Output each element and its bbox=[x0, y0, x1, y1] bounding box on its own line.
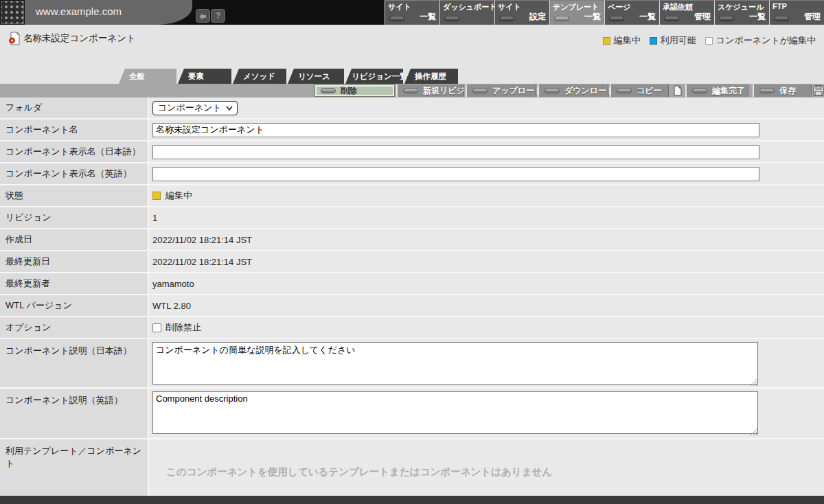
status-legend: 編集中 利用可能 コンポーネントが編集中 bbox=[603, 34, 816, 47]
form-row-revision: リビジョン 1 bbox=[0, 207, 824, 229]
button-pill-icon bbox=[759, 88, 775, 93]
folder-select[interactable]: コンポーネント bbox=[152, 101, 238, 115]
help-button[interactable]: ? bbox=[211, 9, 225, 23]
form-row-options: オプション 削除禁止 bbox=[0, 317, 824, 339]
description-ja-textarea[interactable]: コンポーネントの簡単な説明を記入してください bbox=[152, 342, 758, 385]
description-en-textarea[interactable]: Component description bbox=[152, 391, 758, 434]
no-delete-checkbox-label: 削除禁止 bbox=[165, 321, 201, 334]
nav-page-list[interactable]: ページ 一覧 bbox=[604, 0, 659, 25]
tab-elements[interactable]: 要素 bbox=[178, 69, 231, 84]
form-row-wtl-version: WTL バージョン WTL 2.80 bbox=[0, 295, 824, 317]
tab-revision-list[interactable]: リビジョン一覧 bbox=[345, 69, 403, 84]
legend-editing: 編集中 bbox=[603, 34, 641, 47]
created-value: 2022/11/02 18:21:14 JST bbox=[149, 229, 824, 250]
site-tab[interactable]: www.example.com bbox=[25, 0, 192, 25]
header-row: 名称未設定コンポーネント 編集中 利用可能 コンポーネントが編集中 bbox=[0, 25, 824, 69]
form-row-display-name-ja: コンポーネント表示名（日本語） bbox=[0, 141, 824, 163]
toolbar: 削除 新規リビジョン アップロード ダウンロード コピー 編集完了 保存 bbox=[0, 84, 824, 98]
nav-pill-icon bbox=[609, 16, 624, 21]
updater-value: yamamoto bbox=[149, 273, 824, 294]
tab-operation-history[interactable]: 操作履歴 bbox=[404, 69, 458, 84]
form-row-updater: 最終更新者 yamamoto bbox=[0, 273, 824, 295]
usage-empty-message: このコンポーネントを使用しているテンプレートまたはコンポーネントはありません bbox=[166, 466, 552, 479]
nav-pill-icon bbox=[664, 16, 679, 21]
form-row-status: 状態 編集中 bbox=[0, 185, 824, 207]
copy-button[interactable]: コピー bbox=[610, 84, 669, 97]
form-row-created: 作成日 2022/11/02 18:21:14 JST bbox=[0, 229, 824, 251]
nav-site-list[interactable]: サイト 一覧 bbox=[385, 0, 439, 25]
field-label: コンポーネント説明（日本語） bbox=[0, 339, 149, 387]
nav-site-settings[interactable]: サイト 設定 bbox=[494, 0, 549, 25]
new-revision-button[interactable]: 新規リビジョン bbox=[396, 84, 464, 97]
field-label: 状態 bbox=[0, 185, 149, 206]
button-pill-icon bbox=[321, 88, 336, 93]
field-label: コンポーネント表示名（日本語） bbox=[0, 141, 149, 162]
field-label: オプション bbox=[0, 317, 149, 338]
field-label: コンポーネント名 bbox=[0, 119, 149, 140]
status-value: 編集中 bbox=[165, 190, 192, 202]
component-name-input[interactable] bbox=[152, 123, 759, 137]
form-row-folder: フォルダ コンポーネント bbox=[0, 98, 824, 119]
editing-status-icon bbox=[603, 37, 610, 45]
nav-pill-icon bbox=[774, 16, 789, 21]
field-label: コンポーネント説明（英語） bbox=[0, 389, 149, 438]
display-name-ja-input[interactable] bbox=[152, 145, 759, 159]
button-pill-icon bbox=[403, 88, 418, 93]
field-label: リビジョン bbox=[0, 207, 149, 228]
form-row-description-ja: コンポーネント説明（日本語） コンポーネントの簡単な説明を記入してください bbox=[0, 339, 824, 389]
display-name-en-input[interactable] bbox=[152, 167, 759, 181]
button-pill-icon bbox=[692, 88, 707, 93]
nav-ftp-admin[interactable]: FTP 管理 bbox=[769, 0, 824, 25]
wtl-version-value: WTL 2.80 bbox=[149, 295, 824, 316]
nav-pill-icon bbox=[444, 16, 459, 21]
top-bar: www.example.com ? サイト 一覧 ダッシュボード サイト 設定 … bbox=[0, 0, 824, 25]
upload-button[interactable]: アップロード bbox=[466, 84, 536, 97]
nav-template-list[interactable]: テンプレート 一覧 bbox=[549, 0, 604, 25]
revision-value: 1 bbox=[149, 207, 824, 228]
nav-approval-admin[interactable]: 承認依頼 管理 bbox=[659, 0, 714, 25]
tab-general[interactable]: 全般 bbox=[119, 69, 176, 84]
button-pill-icon bbox=[472, 88, 488, 93]
button-pill-icon bbox=[617, 88, 632, 93]
button-pill-icon bbox=[545, 88, 560, 93]
nav-dashboard[interactable]: ダッシュボード bbox=[439, 0, 494, 25]
page-title: 名称未設定コンポーネント bbox=[23, 32, 136, 45]
finish-edit-button[interactable]: 編集完了 bbox=[685, 84, 748, 97]
download-button[interactable]: ダウンロード bbox=[538, 84, 608, 97]
no-delete-checkbox[interactable] bbox=[152, 323, 161, 332]
legend-component-editing: コンポーネントが編集中 bbox=[705, 34, 816, 47]
form-row-usage: 利用テンプレート／コンポーネント このコンポーネントを使用しているテンプレートま… bbox=[0, 439, 824, 496]
field-label: 作成日 bbox=[0, 229, 149, 250]
legend-available: 利用可能 bbox=[650, 34, 696, 47]
bottom-bar bbox=[0, 496, 824, 504]
editing-status-icon bbox=[152, 192, 161, 200]
back-arrow-icon bbox=[198, 12, 208, 21]
form-row-description-en: コンポーネント説明（英語） Component description bbox=[0, 389, 824, 439]
field-label: 最終更新者 bbox=[0, 273, 149, 294]
updated-value: 2022/11/02 18:21:14 JST bbox=[149, 251, 824, 272]
component-editing-status-icon bbox=[705, 37, 713, 45]
field-label: フォルダ bbox=[0, 98, 149, 118]
nav-pill-icon bbox=[499, 16, 514, 21]
field-label: 最終更新日 bbox=[0, 251, 149, 272]
field-label: WTL バージョン bbox=[0, 295, 149, 316]
nav-schedule-list[interactable]: スケジュール 一覧 bbox=[714, 0, 769, 25]
available-status-icon bbox=[650, 37, 657, 45]
copy-document-icon bbox=[672, 85, 684, 97]
delete-button[interactable]: 削除 bbox=[314, 84, 395, 97]
save-button[interactable]: 保存 bbox=[753, 84, 812, 97]
save-floppy-icon bbox=[812, 85, 824, 97]
field-label: コンポーネント表示名（英語） bbox=[0, 163, 149, 184]
form-row-updated: 最終更新日 2022/11/02 18:21:14 JST bbox=[0, 251, 824, 273]
form-row-display-name-en: コンポーネント表示名（英語） bbox=[0, 163, 824, 185]
back-button[interactable] bbox=[196, 9, 210, 23]
field-label: 利用テンプレート／コンポーネント bbox=[0, 439, 149, 496]
chevron-down-icon bbox=[226, 106, 233, 111]
tab-resources[interactable]: リソース bbox=[288, 69, 344, 84]
nav-pill-icon bbox=[719, 16, 734, 21]
component-general-form: フォルダ コンポーネント コンポーネント名 コンポーネント表示名（日本語） コン… bbox=[0, 98, 824, 496]
app-grid-icon[interactable] bbox=[1, 1, 24, 24]
tab-methods[interactable]: メソッド bbox=[233, 69, 286, 84]
nav-pill-icon bbox=[554, 16, 569, 21]
nav-pill-icon bbox=[389, 16, 404, 21]
